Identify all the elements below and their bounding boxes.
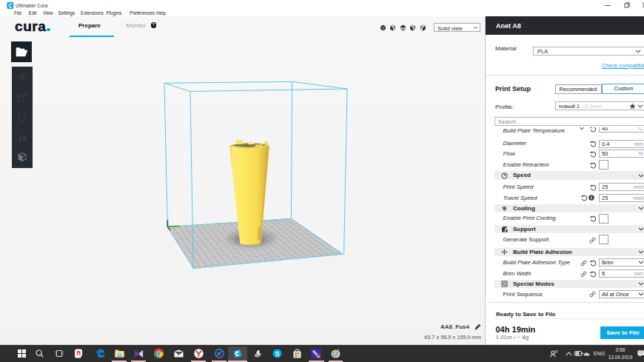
svg-text:K: K xyxy=(217,350,221,357)
svg-text:Я: Я xyxy=(76,349,81,357)
svg-text:S: S xyxy=(275,350,279,358)
svg-text:R: R xyxy=(554,350,557,354)
